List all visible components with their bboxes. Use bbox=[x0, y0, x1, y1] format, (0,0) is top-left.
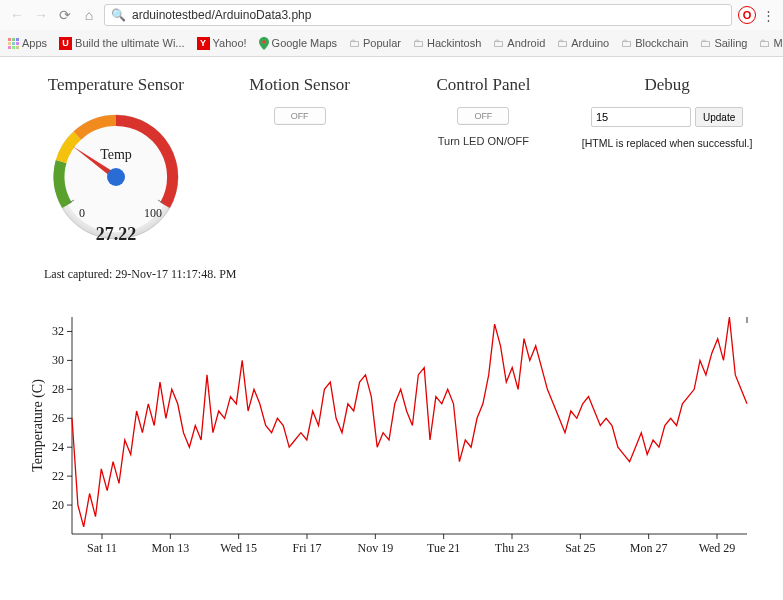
bookmark-label: Sailing bbox=[714, 37, 747, 49]
shield-icon: U bbox=[59, 37, 72, 50]
svg-text:24: 24 bbox=[52, 440, 64, 454]
folder-icon: 🗀 bbox=[759, 37, 770, 49]
svg-point-6 bbox=[107, 168, 125, 186]
control-panel: Control Panel OFF Turn LED ON/OFF bbox=[396, 75, 572, 245]
search-icon: 🔍 bbox=[111, 8, 126, 22]
bookmark-hackintosh[interactable]: 🗀Hackintosh bbox=[413, 37, 481, 49]
bookmark-label: Blockchain bbox=[635, 37, 688, 49]
bookmark-label: Apps bbox=[22, 37, 47, 49]
menu-button[interactable]: ⋮ bbox=[762, 8, 775, 23]
update-button[interactable]: Update bbox=[695, 107, 743, 127]
debug-title: Debug bbox=[579, 75, 755, 95]
svg-text:Sat 11: Sat 11 bbox=[87, 541, 117, 555]
reload-button[interactable]: ⟳ bbox=[56, 6, 74, 24]
folder-icon: 🗀 bbox=[700, 37, 711, 49]
page-content: Temperature Sensor bbox=[0, 57, 783, 575]
map-pin-icon bbox=[259, 37, 269, 50]
panels-row: Temperature Sensor bbox=[28, 75, 755, 245]
debug-input[interactable] bbox=[591, 107, 691, 127]
motion-title: Motion Sensor bbox=[212, 75, 388, 95]
bookmark-wifi[interactable]: U Build the ultimate Wi... bbox=[59, 37, 184, 50]
temp-panel: Temperature Sensor bbox=[28, 75, 204, 245]
bookmark-label: Android bbox=[507, 37, 545, 49]
svg-text:Nov 19: Nov 19 bbox=[357, 541, 393, 555]
gauge-label: Temp bbox=[100, 147, 132, 162]
home-button[interactable]: ⌂ bbox=[80, 6, 98, 24]
bookmark-blockchain[interactable]: 🗀Blockchain bbox=[621, 37, 688, 49]
bookmark-mobile[interactable]: 🗀Mobile bbox=[759, 37, 783, 49]
browser-toolbar: ← → ⟳ ⌂ 🔍 arduinotestbed/ArduinoData3.ph… bbox=[0, 0, 783, 30]
motion-toggle[interactable]: OFF bbox=[274, 107, 326, 125]
bookmarks-bar: Apps U Build the ultimate Wi... Y Yahoo!… bbox=[0, 30, 783, 56]
folder-icon: 🗀 bbox=[557, 37, 568, 49]
url-bar[interactable]: 🔍 arduinotestbed/ArduinoData3.php bbox=[104, 4, 732, 26]
svg-text:Tue 21: Tue 21 bbox=[427, 541, 460, 555]
svg-text:22: 22 bbox=[52, 469, 64, 483]
debug-status: [HTML is replaced when successful.] bbox=[579, 137, 755, 149]
folder-icon: 🗀 bbox=[349, 37, 360, 49]
control-title: Control Panel bbox=[396, 75, 572, 95]
svg-text:Wed 29: Wed 29 bbox=[699, 541, 736, 555]
bookmark-yahoo[interactable]: Y Yahoo! bbox=[197, 37, 247, 50]
svg-text:Mon 13: Mon 13 bbox=[151, 541, 189, 555]
svg-text:Mon 27: Mon 27 bbox=[630, 541, 668, 555]
forward-button[interactable]: → bbox=[32, 6, 50, 24]
svg-point-0 bbox=[262, 40, 266, 44]
svg-text:Temperature (C): Temperature (C) bbox=[30, 379, 46, 472]
gauge-min-label: 0 bbox=[79, 206, 85, 220]
bookmark-label: Popular bbox=[363, 37, 401, 49]
yahoo-icon: Y bbox=[197, 37, 210, 50]
bookmark-sailing[interactable]: 🗀Sailing bbox=[700, 37, 747, 49]
bookmark-popular[interactable]: 🗀Popular bbox=[349, 37, 401, 49]
svg-text:20: 20 bbox=[52, 498, 64, 512]
folder-icon: 🗀 bbox=[621, 37, 632, 49]
svg-text:Sat 25: Sat 25 bbox=[565, 541, 595, 555]
motion-panel: Motion Sensor OFF bbox=[212, 75, 388, 245]
led-toggle[interactable]: OFF bbox=[457, 107, 509, 125]
last-captured-label: Last captured: 29-Nov-17 11:17:48. PM bbox=[28, 267, 755, 282]
temperature-chart: 20222426283032Temperature (C)Sat 11Mon 1… bbox=[28, 312, 755, 565]
gauge-max-label: 100 bbox=[144, 206, 162, 220]
bookmark-label: Build the ultimate Wi... bbox=[75, 37, 184, 49]
folder-icon: 🗀 bbox=[493, 37, 504, 49]
svg-text:Wed 15: Wed 15 bbox=[220, 541, 257, 555]
svg-text:Thu 23: Thu 23 bbox=[495, 541, 529, 555]
bookmark-label: Mobile bbox=[773, 37, 783, 49]
control-sublabel: Turn LED ON/OFF bbox=[396, 135, 572, 147]
svg-text:26: 26 bbox=[52, 411, 64, 425]
bookmark-label: Google Maps bbox=[272, 37, 337, 49]
bookmark-gmaps[interactable]: Google Maps bbox=[259, 37, 337, 50]
back-button[interactable]: ← bbox=[8, 6, 26, 24]
url-text: arduinotestbed/ArduinoData3.php bbox=[132, 8, 311, 22]
folder-icon: 🗀 bbox=[413, 37, 424, 49]
bookmark-android[interactable]: 🗀Android bbox=[493, 37, 545, 49]
bookmark-apps[interactable]: Apps bbox=[8, 37, 47, 49]
bookmark-arduino[interactable]: 🗀Arduino bbox=[557, 37, 609, 49]
debug-panel: Debug Update [HTML is replaced when succ… bbox=[579, 75, 755, 245]
bookmark-label: Hackintosh bbox=[427, 37, 481, 49]
svg-text:32: 32 bbox=[52, 324, 64, 338]
apps-icon bbox=[8, 38, 19, 49]
bookmark-label: Arduino bbox=[571, 37, 609, 49]
svg-text:28: 28 bbox=[52, 382, 64, 396]
gauge: 0 100 Temp 27.22 bbox=[28, 107, 204, 245]
chart-svg: 20222426283032Temperature (C)Sat 11Mon 1… bbox=[28, 312, 755, 562]
temp-title: Temperature Sensor bbox=[28, 75, 204, 95]
browser-chrome: ← → ⟳ ⌂ 🔍 arduinotestbed/ArduinoData3.ph… bbox=[0, 0, 783, 57]
svg-text:30: 30 bbox=[52, 353, 64, 367]
svg-text:Fri 17: Fri 17 bbox=[292, 541, 321, 555]
bookmark-label: Yahoo! bbox=[213, 37, 247, 49]
opera-icon[interactable]: O bbox=[738, 6, 756, 24]
